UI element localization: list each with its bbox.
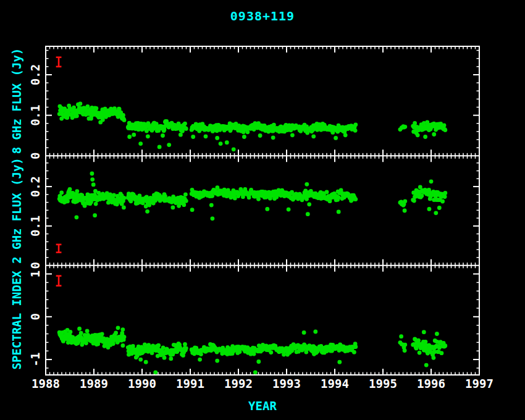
data-point — [121, 113, 125, 117]
x-axis-title-year: YEAR — [248, 399, 277, 413]
data-point — [269, 350, 273, 355]
data-point — [443, 195, 447, 199]
y-tick-label: 0.2 — [28, 64, 42, 85]
y-tick-label: 0.1 — [28, 104, 42, 125]
plot-canvas: 0938+119 8 GHz FLUX (Jy) 2 GHz FLUX (Jy)… — [0, 0, 525, 420]
outlier-data-point — [198, 358, 202, 362]
data-point — [156, 343, 161, 348]
outlier-data-point — [225, 140, 229, 145]
x-tick-label: 1988 — [32, 377, 60, 390]
outlier-data-point — [307, 202, 311, 206]
data-point — [65, 199, 70, 203]
y-tick-label: 0 — [28, 313, 42, 320]
x-tick-label: 1993 — [272, 377, 301, 390]
data-point — [114, 331, 118, 335]
panel-points-spectral — [57, 326, 447, 374]
outlier-data-point — [144, 204, 148, 209]
x-tick-label: 1994 — [321, 377, 349, 390]
outlier-data-point — [211, 216, 215, 220]
x-tick-label: 1996 — [417, 377, 445, 390]
outlier-data-point — [304, 182, 309, 187]
data-point — [59, 191, 64, 195]
data-point — [403, 199, 407, 203]
outlier-data-point — [169, 356, 173, 361]
error-bars-layer — [56, 57, 62, 286]
y-tick-label: 0.2 — [28, 176, 42, 197]
data-point — [424, 340, 428, 344]
y-tick-label: 0 — [28, 153, 42, 159]
outlier-data-point — [422, 330, 426, 334]
outlier-data-point — [343, 133, 348, 137]
outlier-data-point — [337, 360, 342, 364]
outlier-data-point — [429, 179, 434, 183]
outlier-data-point — [190, 208, 195, 212]
data-point — [183, 192, 188, 196]
error-bar-flux8 — [56, 57, 62, 67]
outlier-data-point — [77, 327, 82, 331]
y-tick-label: 0 — [28, 262, 42, 269]
y-tick-label: 1 — [28, 271, 42, 277]
panel-points-flux8 — [57, 102, 447, 152]
outlier-data-point — [403, 209, 407, 213]
outlier-data-point — [416, 133, 420, 137]
data-point — [337, 195, 341, 200]
data-point — [84, 341, 88, 345]
x-tick-label: 1991 — [176, 377, 204, 390]
data-point — [111, 342, 116, 346]
data-point — [184, 199, 188, 203]
y-tick-label: 0.1 — [28, 216, 42, 237]
outlier-data-point — [138, 141, 143, 146]
outlier-data-point — [313, 330, 317, 334]
data-point — [85, 329, 90, 334]
outlier-data-point — [144, 360, 148, 364]
outlier-data-point — [311, 134, 316, 138]
outlier-data-point — [337, 210, 341, 214]
outlier-data-point — [256, 359, 261, 364]
error-bar-flux2 — [56, 245, 62, 253]
data-point — [353, 345, 358, 349]
outlier-data-point — [65, 328, 70, 332]
data-point — [94, 106, 99, 111]
data-point — [413, 121, 417, 125]
outlier-data-point — [215, 359, 219, 363]
outlier-data-point — [219, 141, 223, 146]
data-point — [443, 191, 447, 195]
outlier-data-point — [209, 203, 214, 208]
outlier-data-point — [146, 134, 150, 138]
data-point — [183, 342, 187, 346]
data-point — [78, 102, 82, 106]
outlier-data-point — [253, 370, 258, 374]
y-axis-title-2ghz-flux: 2 GHz FLUX (Jy) — [10, 158, 23, 264]
data-point — [100, 332, 104, 336]
data-point — [182, 203, 186, 207]
data-point — [403, 125, 407, 129]
data-point — [440, 200, 445, 204]
error-bar-spectral — [56, 276, 62, 286]
data-point — [440, 351, 444, 355]
x-tick-label: 1997 — [465, 377, 494, 390]
data-point — [184, 127, 188, 131]
outlier-data-point — [290, 133, 295, 137]
panel-points-flux2 — [57, 172, 447, 221]
data-point — [416, 338, 421, 343]
outlier-data-point — [427, 207, 432, 211]
data-point — [352, 350, 356, 355]
data-point — [210, 194, 214, 198]
outlier-data-point — [127, 135, 132, 139]
data-point — [79, 331, 83, 335]
outlier-data-point — [90, 172, 94, 176]
data-point — [199, 352, 203, 356]
outlier-data-point — [423, 135, 427, 139]
x-tick-label: 1992 — [224, 377, 253, 390]
outlier-data-point — [424, 363, 429, 368]
outlier-data-point — [191, 135, 195, 139]
outlier-data-point — [399, 200, 403, 204]
outlier-data-point — [215, 136, 219, 140]
outlier-data-point — [120, 202, 124, 206]
x-tick-label: 1989 — [80, 377, 108, 390]
data-point — [443, 128, 447, 132]
data-point — [122, 118, 127, 122]
outlier-data-point — [75, 215, 79, 219]
outlier-data-point — [161, 133, 165, 138]
data-point — [94, 202, 98, 206]
